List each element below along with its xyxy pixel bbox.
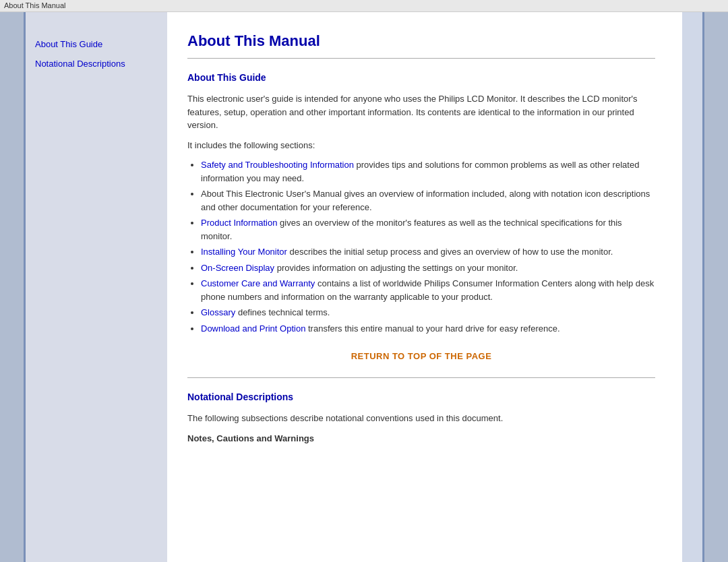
top-divider (187, 58, 655, 59)
link-product-info[interactable]: Product Information (201, 218, 277, 228)
link-download[interactable]: Download and Print Option (201, 323, 305, 334)
list-item-electronic-manual: About This Electronic User's Manual give… (201, 187, 655, 214)
return-to-top[interactable]: RETURN TO TOP OF THE PAGE (187, 351, 655, 361)
sidebar-link-notational[interactable]: Notational Descriptions (35, 59, 160, 69)
notational-para-1: The following subsections describe notat… (187, 412, 655, 425)
sidebar: About This Guide Notational Descriptions (26, 12, 167, 562)
right-accent1 (682, 12, 702, 562)
about-guide-para-2: It includes the following sections: (187, 139, 655, 152)
list-item-osd: On-Screen Display provides information o… (201, 261, 655, 275)
notes-cautions-subheading: Notes, Cautions and Warnings (187, 432, 655, 445)
right-accent2 (702, 12, 728, 562)
link-osd[interactable]: On-Screen Display (201, 263, 274, 273)
left-accent (0, 12, 26, 562)
link-safety[interactable]: Safety and Troubleshooting Information (201, 160, 354, 170)
section-heading-notational: Notational Descriptions (187, 392, 655, 402)
link-installing[interactable]: Installing Your Monitor (201, 247, 287, 257)
list-item-customer-care: Customer Care and Warranty contains a li… (201, 277, 655, 303)
list-item-download: Download and Print Option transfers this… (201, 322, 655, 336)
bottom-divider (187, 377, 655, 378)
bullet-list: Safety and Troubleshooting Information p… (201, 158, 655, 335)
page-title: About This Manual (187, 32, 655, 50)
link-glossary[interactable]: Glossary (201, 307, 235, 317)
sidebar-link-about-guide[interactable]: About This Guide (35, 39, 160, 49)
title-bar-text: About This Manual (4, 1, 66, 9)
main-content: About This Manual About This Guide This … (167, 12, 682, 562)
list-item-safety: Safety and Troubleshooting Information p… (201, 158, 655, 185)
list-item-installing: Installing Your Monitor describes the in… (201, 245, 655, 259)
list-item-glossary: Glossary defines technical terms. (201, 306, 655, 319)
link-customer-care[interactable]: Customer Care and Warranty (201, 278, 315, 288)
return-link[interactable]: RETURN TO TOP OF THE PAGE (351, 351, 492, 361)
list-item-product-info: Product Information gives an overview of… (201, 216, 655, 243)
section-heading-about-guide: About This Guide (187, 72, 655, 83)
outer-wrapper: About This Guide Notational Descriptions… (0, 12, 728, 562)
title-bar: About This Manual (0, 0, 728, 12)
about-guide-para-1: This electronic user's guide is intended… (187, 92, 655, 132)
